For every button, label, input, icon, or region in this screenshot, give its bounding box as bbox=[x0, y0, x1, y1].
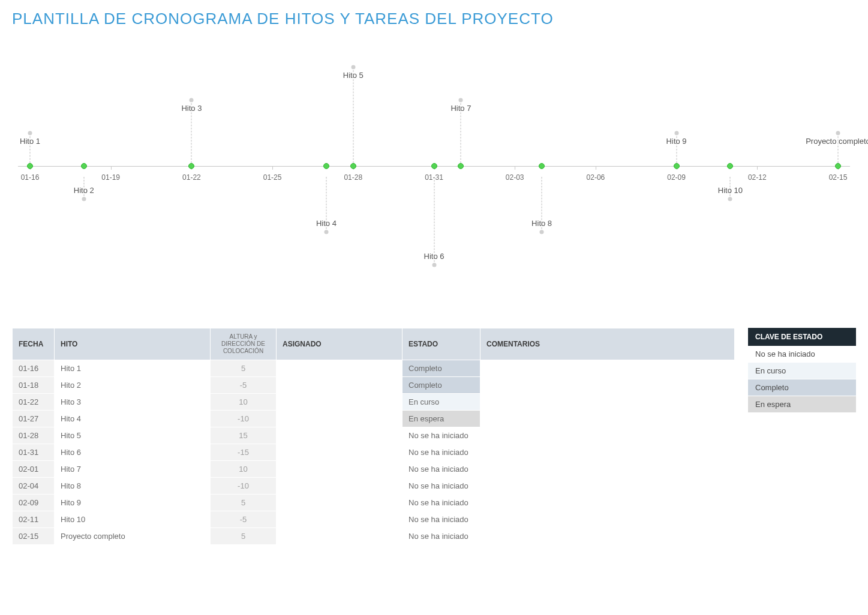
table-cell bbox=[277, 495, 403, 511]
table-cell bbox=[277, 511, 403, 528]
table-cell bbox=[480, 528, 735, 545]
table-cell: No se ha iniciado bbox=[403, 528, 480, 545]
table-cell bbox=[480, 377, 735, 394]
table-cell: En curso bbox=[403, 394, 480, 411]
milestone-label: Proyecto completo bbox=[806, 137, 868, 146]
table-cell: 10 bbox=[211, 394, 277, 411]
milestone-table-container: FECHA HITO ALTURA y DIRECCIÓN DE COLOCAC… bbox=[12, 328, 735, 545]
axis-tick bbox=[515, 166, 515, 170]
table-cell bbox=[277, 377, 403, 394]
table-cell: Completo bbox=[403, 360, 480, 377]
table-cell: No se ha iniciado bbox=[403, 461, 480, 478]
table-cell: -10 bbox=[211, 411, 277, 427]
table-cell bbox=[480, 411, 735, 427]
table-cell bbox=[480, 360, 735, 377]
table-cell: No se ha iniciado bbox=[403, 495, 480, 511]
milestone-dot bbox=[727, 163, 733, 169]
table-cell: Hito 9 bbox=[55, 495, 211, 511]
table-cell bbox=[480, 495, 735, 511]
table-row: 01-16Hito 15Completo bbox=[13, 360, 735, 377]
milestone-label: Hito 5 bbox=[343, 71, 364, 80]
table-cell: No se ha iniciado bbox=[403, 444, 480, 461]
col-assignee: ASIGNADO bbox=[277, 328, 403, 360]
table-cell: 5 bbox=[211, 360, 277, 377]
table-cell: Hito 8 bbox=[55, 478, 211, 495]
axis-tick-label: 02-03 bbox=[506, 173, 524, 182]
milestone-stem bbox=[353, 67, 353, 163]
axis-tick-label: 01-28 bbox=[344, 173, 362, 182]
milestone-end-dot bbox=[351, 65, 355, 70]
table-cell: -5 bbox=[211, 511, 277, 528]
table-cell bbox=[277, 427, 403, 444]
legend-header: CLAVE DE ESTADO bbox=[748, 328, 856, 346]
milestone-end-dot bbox=[28, 131, 32, 135]
milestone-label: Hito 1 bbox=[20, 137, 40, 146]
axis-tick-label: 01-19 bbox=[101, 173, 120, 182]
table-row: 01-28Hito 515No se ha iniciado bbox=[13, 427, 735, 444]
milestone-end-dot bbox=[190, 98, 194, 103]
milestone-end-dot bbox=[728, 197, 732, 201]
milestone-label: Hito 3 bbox=[181, 104, 202, 113]
table-cell: Hito 1 bbox=[55, 360, 211, 377]
col-date: FECHA bbox=[13, 328, 55, 360]
table-cell: -10 bbox=[211, 478, 277, 495]
table-cell bbox=[277, 411, 403, 427]
table-cell: 02-11 bbox=[13, 511, 55, 528]
table-cell: Hito 10 bbox=[55, 511, 211, 528]
col-status: ESTADO bbox=[403, 328, 480, 360]
milestone-label: Hito 8 bbox=[531, 219, 552, 228]
table-cell bbox=[277, 444, 403, 461]
milestone-timeline-chart: 01-1601-1901-2201-2501-2801-3102-0302-06… bbox=[18, 52, 850, 292]
table-cell: Completo bbox=[403, 377, 480, 394]
milestone-label: Hito 4 bbox=[316, 219, 337, 228]
table-row: 02-11Hito 10-5No se ha iniciado bbox=[13, 511, 735, 528]
table-cell: Hito 3 bbox=[55, 394, 211, 411]
table-cell: -15 bbox=[211, 444, 277, 461]
page-title: PLANTILLA DE CRONOGRAMA DE HITOS Y TAREA… bbox=[12, 10, 856, 28]
table-row: 01-18Hito 2-5Completo bbox=[13, 377, 735, 394]
table-cell bbox=[277, 478, 403, 495]
axis-tick-label: 01-25 bbox=[263, 173, 282, 182]
table-row: 02-01Hito 710No se ha iniciado bbox=[13, 461, 735, 478]
table-cell: 01-16 bbox=[13, 360, 55, 377]
milestone-label: Hito 2 bbox=[74, 186, 94, 195]
milestone-end-dot bbox=[459, 98, 463, 103]
milestone-dot bbox=[431, 163, 437, 169]
milestone-end-dot bbox=[540, 230, 544, 234]
milestone-dot bbox=[674, 163, 680, 169]
table-cell: 02-09 bbox=[13, 495, 55, 511]
table-cell bbox=[277, 360, 403, 377]
legend-item: Completo bbox=[748, 379, 856, 396]
table-cell: Hito 6 bbox=[55, 444, 211, 461]
table-cell: No se ha iniciado bbox=[403, 478, 480, 495]
table-row: 01-27Hito 4-10En espera bbox=[13, 411, 735, 427]
milestone-end-dot bbox=[82, 197, 86, 201]
axis-tick-label: 02-06 bbox=[587, 173, 605, 182]
milestone-end-dot bbox=[432, 263, 436, 267]
table-cell: 02-01 bbox=[13, 461, 55, 478]
table-cell: 02-15 bbox=[13, 528, 55, 545]
milestone-table: FECHA HITO ALTURA y DIRECCIÓN DE COLOCAC… bbox=[12, 328, 735, 545]
table-cell: Hito 5 bbox=[55, 427, 211, 444]
table-cell: No se ha iniciado bbox=[403, 511, 480, 528]
col-comments: COMENTARIOS bbox=[480, 328, 735, 360]
axis-tick-label: 01-22 bbox=[182, 173, 201, 182]
milestone-label: Hito 7 bbox=[450, 104, 471, 113]
table-cell: 01-18 bbox=[13, 377, 55, 394]
axis-tick bbox=[757, 166, 758, 170]
table-cell: 5 bbox=[211, 495, 277, 511]
legend-item: En curso bbox=[748, 363, 856, 379]
milestone-dot bbox=[323, 163, 329, 169]
table-cell: 01-28 bbox=[13, 427, 55, 444]
milestone-end-dot bbox=[324, 230, 328, 234]
table-cell bbox=[480, 427, 735, 444]
milestone-label: Hito 6 bbox=[424, 252, 444, 261]
table-cell bbox=[277, 528, 403, 545]
milestone-dot bbox=[458, 163, 464, 169]
milestone-dot bbox=[81, 163, 87, 169]
axis-tick bbox=[272, 166, 273, 170]
milestone-dot bbox=[539, 163, 545, 169]
table-cell: En espera bbox=[403, 411, 480, 427]
table-cell: 01-27 bbox=[13, 411, 55, 427]
table-header-row: FECHA HITO ALTURA y DIRECCIÓN DE COLOCAC… bbox=[13, 328, 735, 360]
